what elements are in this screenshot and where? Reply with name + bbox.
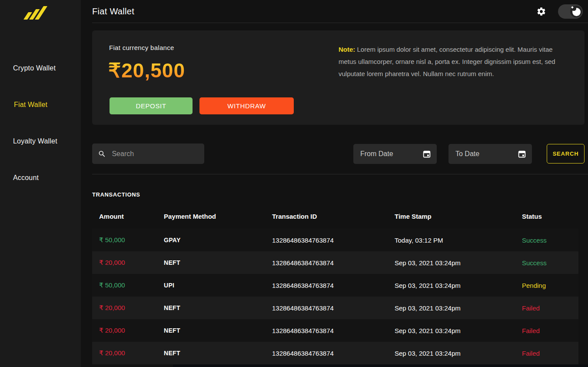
cell-status: Failed xyxy=(522,304,578,312)
gear-icon xyxy=(536,7,546,17)
sidebar-item-label: Account xyxy=(13,174,39,181)
balance-amount: ₹20,500 xyxy=(108,59,185,82)
cell-method: NEFT xyxy=(164,327,272,334)
cell-amount: ₹ 20,000 xyxy=(99,349,164,357)
theme-toggle[interactable] xyxy=(558,4,583,19)
sidebar-item-loyalty-wallet[interactable]: Loyalty Wallet xyxy=(0,134,81,149)
transactions-table: AmountPayment MethodTransaction IDTime S… xyxy=(92,202,578,364)
fiat-balance-card: Fiat currency balance ₹20,500 DEPOSIT WI… xyxy=(92,30,585,125)
to-date-field[interactable]: To Date xyxy=(448,144,532,164)
app-logo-icon xyxy=(23,6,43,21)
top-bar: Fiat Wallet xyxy=(92,0,588,23)
note-body: Lorem ipsum dolor sit amet, consectetur … xyxy=(339,46,555,77)
cell-time: Sep 03, 2021 03:24pm xyxy=(395,350,522,357)
sidebar-item-account[interactable]: Account xyxy=(0,170,81,185)
cell-txid: 13286486384763874 xyxy=(272,237,395,244)
bottom-edge xyxy=(173,364,588,367)
cell-method: UPI xyxy=(164,282,272,289)
sidebar-item-label: Loyalty Wallet xyxy=(13,137,57,145)
calendar-icon xyxy=(518,150,526,158)
calendar-icon xyxy=(422,150,431,158)
cell-status: Pending xyxy=(522,282,578,289)
cell-txid: 13286486384763874 xyxy=(272,304,395,312)
cell-txid: 13286486384763874 xyxy=(272,282,395,289)
withdraw-button[interactable]: WITHDRAW xyxy=(199,97,294,114)
note-label: Note: xyxy=(339,46,355,53)
note-text: Note: Lorem ipsum dolor sit amet, consec… xyxy=(339,43,565,80)
cell-time: Sep 03, 2021 03:24pm xyxy=(395,327,522,334)
from-date-field[interactable]: From Date xyxy=(353,144,437,164)
deposit-button[interactable]: DEPOSIT xyxy=(110,97,193,114)
table-row[interactable]: ₹ 20,000 NEFT 13286486384763874 Sep 03, … xyxy=(92,251,578,274)
cell-time: Sep 03, 2021 03:24pm xyxy=(395,282,522,289)
cell-method: GPAY xyxy=(164,237,272,244)
column-header: Status xyxy=(522,213,578,220)
cell-status: Success xyxy=(522,259,578,267)
balance-actions: DEPOSIT WITHDRAW xyxy=(110,97,294,114)
sidebar-item-crypto-wallet[interactable]: Crypto Wallet xyxy=(0,61,81,76)
search-button[interactable]: SEARCH xyxy=(547,144,585,163)
cell-amount: ₹ 20,000 xyxy=(99,304,164,312)
cell-time: Sep 03, 2021 03:24pm xyxy=(395,304,522,312)
theme-toggle-thumb xyxy=(570,6,582,17)
sidebar-item-label: Crypto Wallet xyxy=(13,64,56,72)
cell-method: NEFT xyxy=(164,304,272,311)
cell-method: NEFT xyxy=(164,259,272,266)
from-date-label: From Date xyxy=(360,150,393,158)
cell-method: NEFT xyxy=(164,350,272,357)
column-header: Amount xyxy=(99,213,164,220)
column-header: Payment Method xyxy=(164,213,272,220)
table-row[interactable]: ₹ 50,000 UPI 13286486384763874 Sep 03, 2… xyxy=(92,274,578,297)
cell-amount: ₹ 50,000 xyxy=(99,281,164,289)
sidebar: Crypto Wallet Fiat Wallet Loyalty Wallet… xyxy=(0,0,81,367)
cell-txid: 13286486384763874 xyxy=(272,327,395,334)
search-input[interactable] xyxy=(112,150,198,158)
cell-status: Failed xyxy=(522,327,578,334)
filter-row: From Date To Date SEARCH xyxy=(92,143,588,164)
sidebar-item-fiat-wallet[interactable]: Fiat Wallet xyxy=(0,97,81,112)
transactions-title: TRANSACTIONS xyxy=(92,191,588,198)
cell-time: Today, 03:12 PM xyxy=(395,237,522,244)
cell-amount: ₹ 20,000 xyxy=(99,327,164,334)
cell-time: Sep 03, 2021 03:24pm xyxy=(395,259,522,267)
to-date-label: To Date xyxy=(455,150,479,158)
cell-txid: 13286486384763874 xyxy=(272,259,395,267)
sidebar-nav: Crypto Wallet Fiat Wallet Loyalty Wallet… xyxy=(0,61,81,207)
moon-icon xyxy=(572,8,581,16)
column-header: Time Stamp xyxy=(395,213,522,220)
table-row[interactable]: ₹ 20,000 NEFT 13286486384763874 Sep 03, … xyxy=(92,297,578,319)
column-header: Transaction ID xyxy=(272,213,395,220)
table-body: ₹ 50,000 GPAY 13286486384763874 Today, 0… xyxy=(92,229,578,364)
table-row[interactable]: ₹ 20,000 NEFT 13286486384763874 Sep 03, … xyxy=(92,342,578,364)
balance-label: Fiat currency balance xyxy=(109,44,174,51)
search-icon xyxy=(98,150,105,158)
page-title: Fiat Wallet xyxy=(92,7,134,17)
table-row[interactable]: ₹ 50,000 GPAY 13286486384763874 Today, 0… xyxy=(92,229,578,251)
cell-amount: ₹ 50,000 xyxy=(99,236,164,244)
cell-txid: 13286486384763874 xyxy=(272,350,395,357)
cell-amount: ₹ 20,000 xyxy=(99,259,164,267)
section-divider xyxy=(92,174,588,174)
cell-status: Failed xyxy=(522,350,578,357)
table-header-row: AmountPayment MethodTransaction IDTime S… xyxy=(92,202,578,229)
main-content: Fiat Wallet Fiat currency balance ₹20,50… xyxy=(81,0,588,367)
cell-status: Success xyxy=(522,237,578,244)
search-box xyxy=(92,143,204,164)
settings-button[interactable] xyxy=(535,6,547,17)
sidebar-item-label: Fiat Wallet xyxy=(14,101,47,108)
table-row[interactable]: ₹ 20,000 NEFT 13286486384763874 Sep 03, … xyxy=(92,319,578,342)
